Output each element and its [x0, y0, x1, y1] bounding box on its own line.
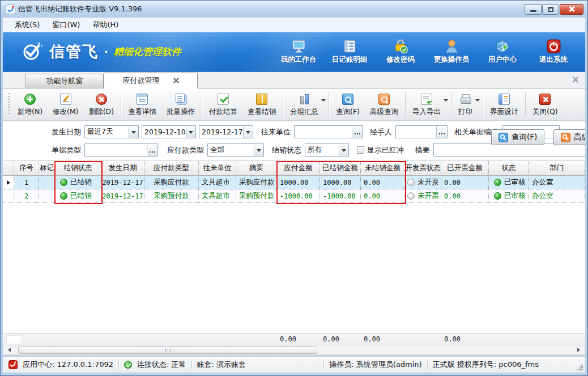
tabstrip-close-icon[interactable] [572, 77, 578, 83]
chevron-down-icon[interactable] [186, 126, 195, 138]
advanced-query-button[interactable]: 高级查询 [553, 129, 585, 145]
toolbar-separator [283, 92, 283, 117]
totals-row: 0.00 0.00 0.00 0.00 [3, 333, 585, 345]
brand-logo-icon [22, 41, 45, 63]
total-invoiced: 0.00 [441, 335, 489, 343]
batch-operation-button[interactable]: 批量操作 [161, 91, 200, 119]
scroll-right-button[interactable] [575, 345, 585, 354]
operator-text: 操作员: 系统管理员(admin) [329, 360, 421, 370]
summary-input[interactable] [433, 143, 585, 157]
globe-icon [495, 39, 510, 54]
chevron-down-icon[interactable] [129, 126, 138, 138]
close-tab-button[interactable]: 关闭(Q) [527, 91, 563, 119]
settle-status-combo[interactable]: 所有 [305, 143, 349, 157]
ellipsis-icon[interactable] [147, 144, 157, 156]
import-export-button[interactable]: 导入导出 [407, 91, 446, 119]
view-details-button[interactable]: 查看详情 [123, 91, 161, 119]
col-invoiced-amount[interactable]: 已开票金额 [441, 161, 489, 175]
details-icon [137, 94, 148, 105]
col-summary[interactable]: 摘要 [236, 161, 277, 175]
col-settled-amount[interactable]: 已结销金额 [320, 161, 361, 175]
view-settle-icon [256, 94, 267, 105]
banner-action-workbench[interactable]: 我的工作台 [275, 39, 322, 65]
restore-button[interactable] [542, 4, 559, 15]
tab-payables-management[interactable]: 应付款管理 [104, 73, 198, 88]
menu-window[interactable]: 窗口(W) [46, 18, 86, 32]
tab-nav-window[interactable]: 功能导航窗 [25, 74, 104, 88]
chevron-down-icon[interactable] [243, 126, 253, 138]
col-amount[interactable]: 应付金额 [277, 161, 320, 175]
search-icon [498, 133, 508, 142]
brand: 信管飞 · 精细化管理软件 [22, 41, 181, 63]
view-settle-button[interactable]: 查看结销 [242, 91, 281, 119]
horizontal-scrollbar[interactable] [3, 345, 585, 355]
banner-quick-actions: 我的工作台 日记账明细 修改密码 更换操作员 用户中心 退出系统 [275, 39, 585, 65]
toolbar-separator [121, 92, 121, 117]
banner-action-switch-operator[interactable]: 更换操作员 [428, 39, 475, 65]
query-toolbar-button[interactable]: 查询(F) [331, 91, 365, 119]
total-amount: 0.00 [277, 335, 320, 343]
tab-close-icon[interactable] [173, 78, 179, 83]
chevron-down-icon[interactable] [475, 95, 481, 106]
table-row[interactable]: 2 已结销 2019-12-17 采购预付款 文具超市 采购预付款 -1000.… [3, 189, 585, 203]
col-invoice-status[interactable]: 开发票状态 [405, 161, 441, 175]
banner-action-change-password[interactable]: 修改密码 [377, 39, 424, 65]
ellipsis-icon[interactable] [436, 126, 447, 138]
ui-design-icon [498, 94, 510, 105]
doc-type-input[interactable] [84, 143, 158, 157]
col-unit[interactable]: 往来单位 [199, 161, 236, 175]
import-export-icon [421, 94, 432, 105]
date-from-combo[interactable]: 2019-12-10 [142, 125, 196, 138]
add-button[interactable]: 新增(N) [12, 91, 48, 119]
minimize-button[interactable] [525, 4, 542, 15]
payment-settle-button[interactable]: 付款结算 [204, 91, 242, 119]
chevron-down-icon[interactable] [444, 95, 449, 106]
advanced-query-toolbar-button[interactable]: 高级查询 [365, 91, 403, 119]
print-button[interactable]: 打印 [453, 91, 478, 119]
delete-icon [96, 94, 107, 105]
banner-action-user-center[interactable]: 用户中心 [479, 39, 526, 65]
group-summary-button[interactable]: 分组汇总 [285, 91, 323, 119]
red-flush-checkbox[interactable] [357, 146, 364, 154]
col-date[interactable]: 发生日期 [101, 161, 144, 175]
menu-help[interactable]: 帮助(H) [86, 18, 125, 32]
col-mark[interactable]: 标记 [39, 161, 55, 175]
col-dept[interactable]: 部门 [529, 161, 585, 175]
ui-design-button[interactable]: 界面设计 [485, 91, 523, 119]
col-payable-type[interactable]: 应付款类型 [144, 161, 199, 175]
date-to-combo[interactable]: 2019-12-17 [199, 125, 253, 138]
col-seq[interactable]: 序号 [14, 161, 39, 175]
toolbar-drag-grip[interactable] [8, 93, 10, 116]
query-button[interactable]: 查询(F) [491, 129, 544, 145]
scrollbar-thumb[interactable] [18, 347, 317, 354]
thumb-grip-icon [165, 348, 171, 352]
edit-button[interactable]: 修改(M) [48, 91, 84, 119]
delete-button[interactable]: 删除(D) [84, 91, 119, 119]
menu-system[interactable]: 系统(S) [8, 18, 46, 32]
col-status[interactable]: 状态 [489, 161, 529, 175]
date-range-combo[interactable]: 最近7天 [84, 125, 139, 138]
banner-action-exit[interactable]: 退出系统 [530, 39, 577, 65]
chevron-down-icon[interactable] [254, 144, 263, 156]
filter-panel: 发生日期 最近7天 2019-12-10 2019-12-17 往来单位 经手人… [3, 121, 585, 160]
col-unsettled-amount[interactable]: 未结销金额 [361, 161, 405, 175]
table-row[interactable]: 1 已结销 2019-12-17 采购应付款 文具超市 采购应付款 1000.0… [3, 176, 585, 189]
chevron-down-icon[interactable] [339, 144, 348, 156]
col-settle-status[interactable]: 结销状态 [55, 161, 101, 175]
payable-type-combo[interactable]: 全部 [207, 143, 264, 157]
scroll-left-button[interactable] [3, 345, 13, 354]
toolbar-separator [405, 92, 406, 117]
resize-grip[interactable] [581, 369, 583, 370]
handler-input[interactable] [395, 125, 448, 138]
banner-action-journal[interactable]: 日记账明细 [326, 39, 373, 65]
ellipsis-icon[interactable] [352, 126, 363, 138]
close-button[interactable] [560, 4, 583, 15]
chevron-down-icon[interactable] [321, 95, 327, 106]
total-unsettled: 0.00 [361, 335, 405, 343]
red-flush-label: 显示已红冲 [367, 145, 404, 155]
minimize-icon [530, 10, 536, 12]
title-bar[interactable]: 信管飞出纳记账软件专业版 V9.1.396 [1, 1, 587, 18]
ledger-icon [342, 39, 357, 54]
unit-input[interactable] [294, 125, 363, 138]
print-icon [460, 94, 471, 105]
